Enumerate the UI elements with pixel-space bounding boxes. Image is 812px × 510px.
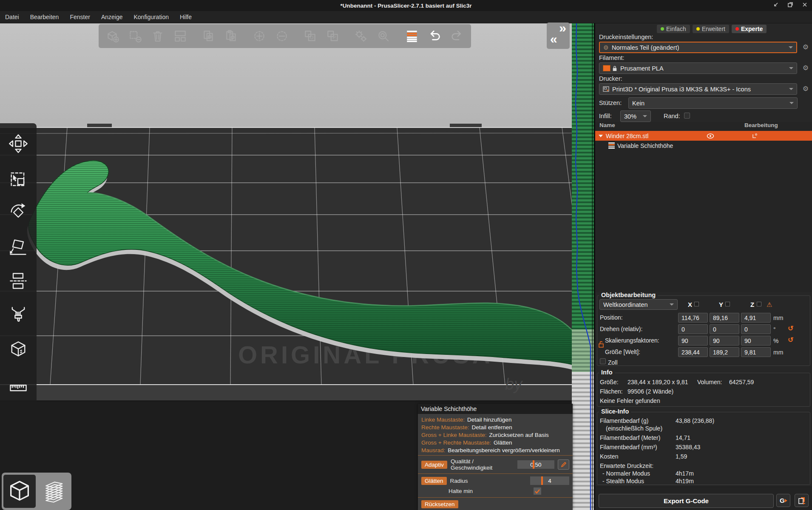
layer-height-profile-bar[interactable] bbox=[572, 23, 594, 510]
quality-slider[interactable]: 0,50 bbox=[517, 460, 555, 469]
hint-label: Linke Maustaste: bbox=[421, 416, 465, 423]
rotate-icon bbox=[8, 202, 28, 223]
axis-y-toggle[interactable] bbox=[725, 302, 730, 306]
close-button[interactable] bbox=[802, 2, 808, 9]
infill-combo[interactable]: 30% bbox=[620, 110, 651, 122]
scale-x-field[interactable]: 90 bbox=[678, 336, 708, 346]
rotate-x-field[interactable]: 0 bbox=[678, 324, 708, 334]
size-y-field[interactable]: 189,2 bbox=[710, 347, 739, 357]
brim-checkbox[interactable] bbox=[684, 113, 690, 119]
edit-filament-button[interactable]: ⚙ bbox=[801, 64, 810, 72]
rotate-tool-button[interactable] bbox=[6, 201, 30, 224]
vlh-reset-button[interactable]: Rücksetzen bbox=[421, 500, 458, 508]
chevron-right-icon: » bbox=[559, 21, 566, 35]
undo-button[interactable] bbox=[424, 26, 444, 46]
menu-fenster[interactable]: Fenster bbox=[70, 14, 90, 20]
mode-simple[interactable]: Einfach bbox=[657, 25, 690, 33]
supports-combo[interactable]: Kein bbox=[628, 97, 798, 109]
rotate-y-field[interactable]: 0 bbox=[710, 324, 739, 334]
axis-x-toggle[interactable] bbox=[694, 302, 699, 306]
menu-datei[interactable]: Datei bbox=[5, 14, 19, 20]
position-y-field[interactable]: 89,16 bbox=[710, 313, 739, 323]
coordinate-system-combo[interactable]: Weltkoordinaten bbox=[599, 299, 678, 310]
measure-tool-button[interactable] bbox=[6, 372, 30, 396]
filament-combo[interactable]: Prusament PLA bbox=[599, 62, 797, 74]
expand-arrow-icon[interactable] bbox=[599, 135, 603, 137]
remove-instance-button[interactable] bbox=[272, 26, 292, 46]
search-button[interactable] bbox=[374, 26, 394, 46]
delete-object-button[interactable] bbox=[125, 26, 145, 46]
check-icon bbox=[534, 489, 540, 494]
add-object-button[interactable] bbox=[103, 26, 123, 46]
object-row-selected[interactable]: Winder 28cm.stl bbox=[595, 131, 812, 141]
menu-bearbeiten[interactable]: Bearbeiten bbox=[30, 14, 59, 20]
window-title: *Unbenannt - PrusaSlicer-2.7.1 basiert a… bbox=[340, 3, 471, 9]
adaptive-button[interactable]: Adaptiv bbox=[421, 461, 447, 469]
position-z-field[interactable]: 4,91 bbox=[741, 313, 771, 323]
edit-print-settings-button[interactable]: ⚙ bbox=[801, 43, 810, 51]
slice-value: 43,88 (236,88) bbox=[676, 417, 714, 424]
move-icon bbox=[8, 133, 28, 154]
collapse-sidebar-button[interactable]: » « bbox=[547, 23, 570, 49]
eye-icon[interactable] bbox=[707, 133, 714, 139]
slice-info-title: Slice-Info bbox=[599, 408, 631, 415]
preview-view-button[interactable] bbox=[37, 475, 70, 508]
hint-label: Rechte Maustaste: bbox=[421, 424, 469, 431]
modifier-row[interactable]: Variable Schichthöhe bbox=[595, 141, 812, 150]
smooth-button[interactable]: Glätten bbox=[421, 477, 447, 485]
warning-icon: ⚠ bbox=[767, 301, 772, 309]
printer-combo[interactable]: Print3D * Original Prusa i3 MK3S & MK3S+… bbox=[599, 83, 797, 95]
size-x-field[interactable]: 238,44 bbox=[678, 347, 708, 357]
menu-hilfe[interactable]: Hilfe bbox=[180, 14, 192, 20]
minimize-button[interactable] bbox=[773, 2, 779, 9]
variable-layer-height-button[interactable] bbox=[402, 26, 422, 46]
menu-konfiguration[interactable]: Konfiguration bbox=[133, 14, 169, 20]
reset-rotation-button[interactable]: ↺ bbox=[788, 324, 793, 332]
restore-button[interactable] bbox=[787, 2, 793, 9]
keep-min-checkbox[interactable] bbox=[534, 487, 541, 495]
layer-height-gradient bbox=[572, 23, 594, 510]
rotate-z-field[interactable]: 0 bbox=[741, 324, 771, 334]
axis-z-toggle[interactable] bbox=[757, 302, 761, 306]
mode-expert[interactable]: Experte bbox=[732, 25, 767, 33]
move-tool-button[interactable] bbox=[6, 132, 30, 156]
menu-anzeige[interactable]: Anzeige bbox=[101, 14, 123, 20]
scale-y-field[interactable]: 90 bbox=[710, 336, 739, 346]
edit-printer-button[interactable]: ⚙ bbox=[801, 85, 810, 93]
send-gcode-icon bbox=[798, 496, 806, 505]
scale-z-field[interactable]: 90 bbox=[741, 336, 771, 346]
vlh-hint-row: Gross + Linke Maustaste: Zurücksetzen au… bbox=[418, 431, 573, 439]
cut-tool-button[interactable] bbox=[6, 269, 30, 293]
scale-tool-button[interactable] bbox=[6, 166, 30, 190]
layer-edit-badge-icon[interactable] bbox=[752, 133, 758, 139]
export-gcode-icon-button[interactable]: G bbox=[776, 494, 790, 507]
arrange-button[interactable] bbox=[170, 26, 190, 46]
paint-supports-tool-button[interactable] bbox=[6, 303, 30, 327]
export-gcode-button[interactable]: Export G-Code bbox=[599, 494, 774, 508]
print-settings-combo[interactable]: ⚙ Normales Teil (geändert) bbox=[599, 42, 797, 53]
supports-label: Stützen: bbox=[599, 99, 622, 106]
position-x-field[interactable]: 114,76 bbox=[678, 313, 708, 323]
add-instance-button[interactable] bbox=[250, 26, 270, 46]
uniform-scale-lock-icon[interactable] bbox=[598, 341, 604, 348]
paste-button[interactable] bbox=[221, 26, 241, 46]
place-on-face-tool-button[interactable] bbox=[6, 235, 30, 259]
copy-button[interactable] bbox=[199, 26, 219, 46]
seam-tool-button[interactable] bbox=[6, 338, 30, 362]
hint-value: Zurücksetzen auf Basis bbox=[489, 432, 548, 438]
delete-all-button[interactable] bbox=[148, 26, 168, 46]
mode-advanced[interactable]: Erweitert bbox=[693, 25, 729, 33]
pencil-icon bbox=[560, 461, 567, 468]
edit-quality-button[interactable] bbox=[558, 459, 569, 470]
split-to-objects-button[interactable]: O bbox=[300, 26, 320, 46]
reset-scale-button[interactable]: ↺ bbox=[788, 336, 793, 344]
editor-view-button[interactable] bbox=[3, 475, 36, 508]
split-to-parts-button[interactable]: P bbox=[323, 26, 343, 46]
redo-button[interactable] bbox=[447, 26, 467, 46]
print-settings-gears-button[interactable] bbox=[351, 26, 371, 46]
size-z-field[interactable]: 9,81 bbox=[741, 347, 771, 357]
send-gcode-button[interactable] bbox=[795, 494, 809, 507]
inches-checkbox[interactable] bbox=[600, 358, 606, 364]
position-unit: mm bbox=[773, 314, 783, 321]
radius-slider[interactable]: 4 bbox=[530, 476, 569, 485]
